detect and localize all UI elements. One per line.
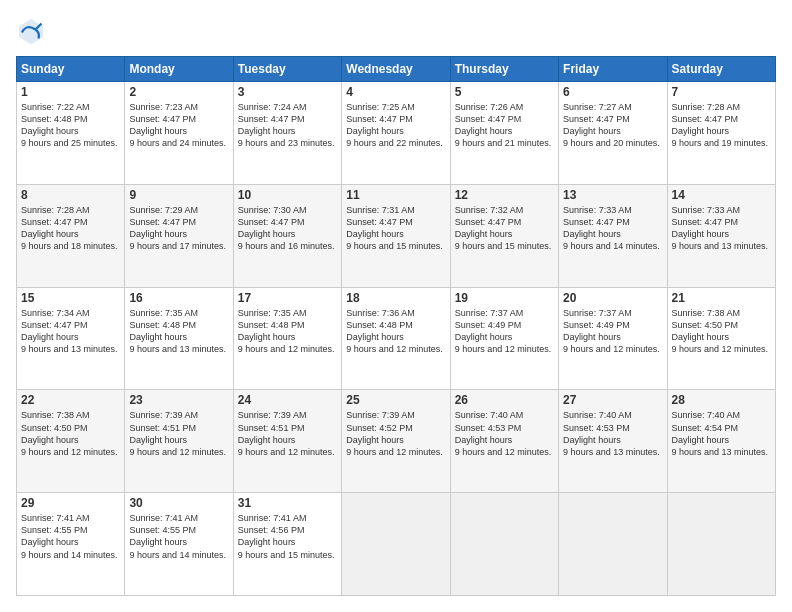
weekday-header-sunday: Sunday (17, 57, 125, 82)
day-info: Sunrise: 7:39 AMSunset: 4:51 PMDaylight … (129, 410, 226, 456)
day-number: 9 (129, 188, 228, 202)
day-number: 30 (129, 496, 228, 510)
calendar-cell: 30 Sunrise: 7:41 AMSunset: 4:55 PMDaylig… (125, 493, 233, 596)
calendar-cell (559, 493, 667, 596)
day-info: Sunrise: 7:38 AMSunset: 4:50 PMDaylight … (672, 308, 769, 354)
calendar-cell: 16 Sunrise: 7:35 AMSunset: 4:48 PMDaylig… (125, 287, 233, 390)
day-info: Sunrise: 7:39 AMSunset: 4:52 PMDaylight … (346, 410, 443, 456)
calendar-cell: 9 Sunrise: 7:29 AMSunset: 4:47 PMDayligh… (125, 184, 233, 287)
calendar-cell: 3 Sunrise: 7:24 AMSunset: 4:47 PMDayligh… (233, 82, 341, 185)
day-number: 15 (21, 291, 120, 305)
day-info: Sunrise: 7:41 AMSunset: 4:56 PMDaylight … (238, 513, 335, 559)
calendar-cell: 5 Sunrise: 7:26 AMSunset: 4:47 PMDayligh… (450, 82, 558, 185)
day-number: 20 (563, 291, 662, 305)
weekday-header-friday: Friday (559, 57, 667, 82)
day-number: 11 (346, 188, 445, 202)
calendar-cell: 26 Sunrise: 7:40 AMSunset: 4:53 PMDaylig… (450, 390, 558, 493)
day-info: Sunrise: 7:41 AMSunset: 4:55 PMDaylight … (129, 513, 226, 559)
calendar-cell (450, 493, 558, 596)
calendar-cell: 8 Sunrise: 7:28 AMSunset: 4:47 PMDayligh… (17, 184, 125, 287)
calendar-cell: 24 Sunrise: 7:39 AMSunset: 4:51 PMDaylig… (233, 390, 341, 493)
calendar-cell: 6 Sunrise: 7:27 AMSunset: 4:47 PMDayligh… (559, 82, 667, 185)
calendar-cell: 18 Sunrise: 7:36 AMSunset: 4:48 PMDaylig… (342, 287, 450, 390)
calendar-cell: 21 Sunrise: 7:38 AMSunset: 4:50 PMDaylig… (667, 287, 775, 390)
weekday-header-thursday: Thursday (450, 57, 558, 82)
day-info: Sunrise: 7:41 AMSunset: 4:55 PMDaylight … (21, 513, 118, 559)
day-info: Sunrise: 7:35 AMSunset: 4:48 PMDaylight … (129, 308, 226, 354)
calendar-cell: 28 Sunrise: 7:40 AMSunset: 4:54 PMDaylig… (667, 390, 775, 493)
day-info: Sunrise: 7:28 AMSunset: 4:47 PMDaylight … (672, 102, 769, 148)
calendar-cell: 17 Sunrise: 7:35 AMSunset: 4:48 PMDaylig… (233, 287, 341, 390)
calendar-table: SundayMondayTuesdayWednesdayThursdayFrid… (16, 56, 776, 596)
day-number: 10 (238, 188, 337, 202)
day-info: Sunrise: 7:35 AMSunset: 4:48 PMDaylight … (238, 308, 335, 354)
day-info: Sunrise: 7:37 AMSunset: 4:49 PMDaylight … (563, 308, 660, 354)
day-number: 12 (455, 188, 554, 202)
day-info: Sunrise: 7:36 AMSunset: 4:48 PMDaylight … (346, 308, 443, 354)
weekday-header-saturday: Saturday (667, 57, 775, 82)
day-info: Sunrise: 7:29 AMSunset: 4:47 PMDaylight … (129, 205, 226, 251)
day-number: 13 (563, 188, 662, 202)
day-number: 22 (21, 393, 120, 407)
day-info: Sunrise: 7:40 AMSunset: 4:54 PMDaylight … (672, 410, 769, 456)
calendar-cell: 14 Sunrise: 7:33 AMSunset: 4:47 PMDaylig… (667, 184, 775, 287)
calendar-cell: 2 Sunrise: 7:23 AMSunset: 4:47 PMDayligh… (125, 82, 233, 185)
day-info: Sunrise: 7:33 AMSunset: 4:47 PMDaylight … (672, 205, 769, 251)
day-number: 24 (238, 393, 337, 407)
calendar-cell: 7 Sunrise: 7:28 AMSunset: 4:47 PMDayligh… (667, 82, 775, 185)
day-number: 3 (238, 85, 337, 99)
day-info: Sunrise: 7:27 AMSunset: 4:47 PMDaylight … (563, 102, 660, 148)
day-number: 18 (346, 291, 445, 305)
calendar-cell: 10 Sunrise: 7:30 AMSunset: 4:47 PMDaylig… (233, 184, 341, 287)
day-info: Sunrise: 7:39 AMSunset: 4:51 PMDaylight … (238, 410, 335, 456)
day-info: Sunrise: 7:25 AMSunset: 4:47 PMDaylight … (346, 102, 443, 148)
day-number: 5 (455, 85, 554, 99)
day-number: 7 (672, 85, 771, 99)
calendar-cell (342, 493, 450, 596)
calendar-cell: 31 Sunrise: 7:41 AMSunset: 4:56 PMDaylig… (233, 493, 341, 596)
day-number: 31 (238, 496, 337, 510)
calendar-cell: 19 Sunrise: 7:37 AMSunset: 4:49 PMDaylig… (450, 287, 558, 390)
day-info: Sunrise: 7:34 AMSunset: 4:47 PMDaylight … (21, 308, 118, 354)
calendar-cell: 27 Sunrise: 7:40 AMSunset: 4:53 PMDaylig… (559, 390, 667, 493)
day-number: 8 (21, 188, 120, 202)
day-number: 16 (129, 291, 228, 305)
calendar-cell: 29 Sunrise: 7:41 AMSunset: 4:55 PMDaylig… (17, 493, 125, 596)
day-number: 23 (129, 393, 228, 407)
header (16, 16, 776, 46)
day-info: Sunrise: 7:37 AMSunset: 4:49 PMDaylight … (455, 308, 552, 354)
day-number: 19 (455, 291, 554, 305)
calendar-cell: 23 Sunrise: 7:39 AMSunset: 4:51 PMDaylig… (125, 390, 233, 493)
day-info: Sunrise: 7:23 AMSunset: 4:47 PMDaylight … (129, 102, 226, 148)
day-info: Sunrise: 7:40 AMSunset: 4:53 PMDaylight … (563, 410, 660, 456)
day-number: 14 (672, 188, 771, 202)
day-number: 28 (672, 393, 771, 407)
day-number: 4 (346, 85, 445, 99)
day-info: Sunrise: 7:40 AMSunset: 4:53 PMDaylight … (455, 410, 552, 456)
calendar-cell (667, 493, 775, 596)
day-number: 26 (455, 393, 554, 407)
weekday-header-wednesday: Wednesday (342, 57, 450, 82)
day-info: Sunrise: 7:30 AMSunset: 4:47 PMDaylight … (238, 205, 335, 251)
calendar-cell: 22 Sunrise: 7:38 AMSunset: 4:50 PMDaylig… (17, 390, 125, 493)
day-info: Sunrise: 7:24 AMSunset: 4:47 PMDaylight … (238, 102, 335, 148)
day-info: Sunrise: 7:26 AMSunset: 4:47 PMDaylight … (455, 102, 552, 148)
weekday-header-monday: Monday (125, 57, 233, 82)
day-number: 29 (21, 496, 120, 510)
day-number: 17 (238, 291, 337, 305)
day-number: 25 (346, 393, 445, 407)
logo (16, 16, 50, 46)
day-info: Sunrise: 7:38 AMSunset: 4:50 PMDaylight … (21, 410, 118, 456)
day-info: Sunrise: 7:28 AMSunset: 4:47 PMDaylight … (21, 205, 118, 251)
calendar-cell: 11 Sunrise: 7:31 AMSunset: 4:47 PMDaylig… (342, 184, 450, 287)
day-number: 6 (563, 85, 662, 99)
calendar-cell: 15 Sunrise: 7:34 AMSunset: 4:47 PMDaylig… (17, 287, 125, 390)
weekday-header-tuesday: Tuesday (233, 57, 341, 82)
page: SundayMondayTuesdayWednesdayThursdayFrid… (0, 0, 792, 612)
day-number: 2 (129, 85, 228, 99)
day-number: 1 (21, 85, 120, 99)
day-info: Sunrise: 7:33 AMSunset: 4:47 PMDaylight … (563, 205, 660, 251)
calendar-cell: 4 Sunrise: 7:25 AMSunset: 4:47 PMDayligh… (342, 82, 450, 185)
day-info: Sunrise: 7:32 AMSunset: 4:47 PMDaylight … (455, 205, 552, 251)
day-number: 27 (563, 393, 662, 407)
